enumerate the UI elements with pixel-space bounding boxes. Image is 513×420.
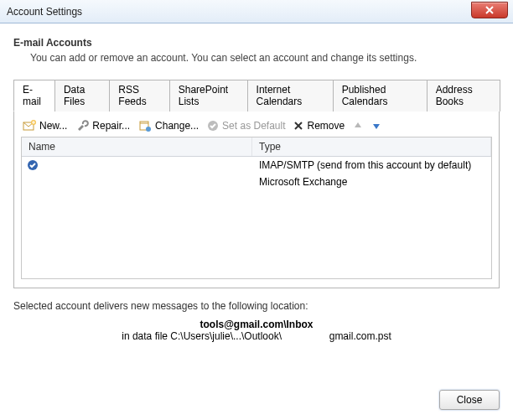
column-name[interactable]: Name xyxy=(22,137,252,156)
tab-strip: E-mail Data Files RSS Feeds SharePoint L… xyxy=(13,79,500,111)
accounts-grid[interactable]: Name Type IMAP/SMTP (send from this acco… xyxy=(21,137,492,279)
delivery-path-prefix: in data file C:\Users\julie\...\Outlook\ xyxy=(122,330,282,342)
tab-internet-calendars[interactable]: Internet Calendars xyxy=(247,80,334,111)
set-default-label: Set as Default xyxy=(222,120,285,132)
change-label: Change... xyxy=(155,120,199,132)
window-title: Account Settings xyxy=(7,6,82,18)
move-up-button[interactable] xyxy=(353,121,363,131)
close-dialog-button[interactable]: Close xyxy=(439,390,500,410)
close-button[interactable] xyxy=(471,2,508,18)
tab-address-books[interactable]: Address Books xyxy=(427,80,500,111)
close-icon xyxy=(484,6,495,14)
grid-header: Name Type xyxy=(22,137,491,157)
section-heading: E-mail Accounts xyxy=(13,37,500,49)
delivery-path-suffix: gmail.com.pst xyxy=(329,330,391,342)
default-account-icon xyxy=(27,159,39,171)
dialog-buttons: Close xyxy=(439,390,500,410)
check-circle-icon xyxy=(207,120,219,132)
repair-icon xyxy=(75,120,89,132)
arrow-up-icon xyxy=(353,121,363,131)
table-row[interactable]: IMAP/SMTP (send from this account by def… xyxy=(22,157,491,174)
mail-new-icon xyxy=(23,120,36,132)
column-type[interactable]: Type xyxy=(252,137,491,156)
toolbar: New... Repair... Change... Set as Defaul… xyxy=(21,118,492,137)
titlebar: Account Settings xyxy=(0,0,513,23)
move-down-button[interactable] xyxy=(371,121,381,131)
remove-button[interactable]: Remove xyxy=(293,120,345,132)
tab-published-calendars[interactable]: Published Calendars xyxy=(333,80,428,111)
tab-data-files[interactable]: Data Files xyxy=(54,80,110,111)
tab-panel: New... Repair... Change... Set as Defaul… xyxy=(13,111,500,288)
change-button[interactable]: Change... xyxy=(138,120,199,132)
set-default-button[interactable]: Set as Default xyxy=(207,120,285,132)
arrow-down-icon xyxy=(371,121,381,131)
table-row[interactable]: Microsoft Exchange xyxy=(22,174,491,190)
delivery-location-label: Selected account delivers new messages t… xyxy=(13,300,500,312)
remove-label: Remove xyxy=(307,120,345,132)
account-type: Microsoft Exchange xyxy=(252,176,491,188)
svg-point-3 xyxy=(146,127,151,132)
repair-button[interactable]: Repair... xyxy=(75,120,130,132)
tab-rss-feeds[interactable]: RSS Feeds xyxy=(109,80,169,111)
repair-label: Repair... xyxy=(92,120,130,132)
change-icon xyxy=(138,120,152,132)
account-type: IMAP/SMTP (send from this account by def… xyxy=(252,159,491,171)
section-description: You can add or remove an account. You ca… xyxy=(13,52,500,64)
delivery-folder: tools@gmail.com\Inbox xyxy=(200,319,313,330)
tab-sharepoint-lists[interactable]: SharePoint Lists xyxy=(169,80,248,111)
new-button[interactable]: New... xyxy=(23,120,67,132)
remove-icon xyxy=(293,121,303,131)
tab-email[interactable]: E-mail xyxy=(13,80,55,111)
new-label: New... xyxy=(39,120,67,132)
